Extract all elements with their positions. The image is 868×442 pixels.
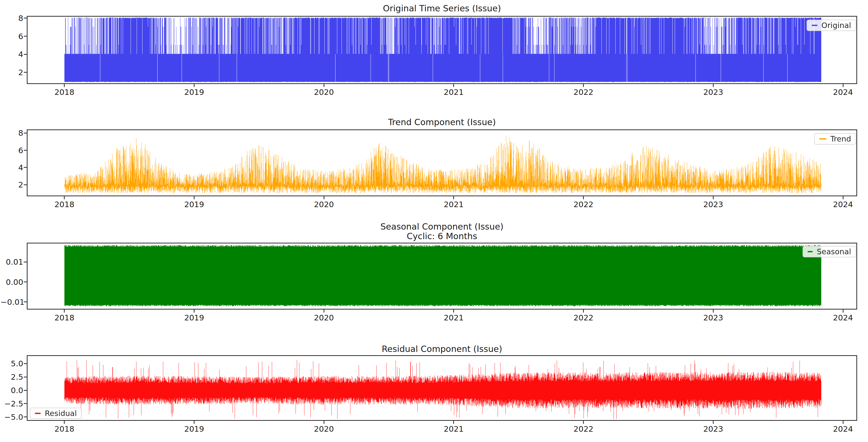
y-tick-mark	[24, 133, 27, 133]
y-tick-label: 8	[0, 128, 23, 137]
y-tick-label: 0.00	[0, 277, 23, 286]
x-tick-mark	[453, 421, 454, 424]
title-trend: Trend Component (Issue)	[27, 117, 857, 127]
legend-seasonal: Seasonal	[803, 246, 856, 257]
x-tick-mark	[64, 196, 65, 199]
original-series-plot	[28, 16, 857, 83]
axes-original	[27, 16, 857, 84]
x-tick-label: 2018	[55, 424, 74, 434]
y-tick-label: 2.5	[0, 372, 23, 381]
x-tick-mark	[453, 310, 454, 313]
x-tick-label: 2024	[833, 200, 853, 209]
y-tick-label: 0.01	[0, 257, 23, 266]
y-tick-mark	[24, 377, 27, 377]
y-tick-label: 4	[0, 163, 23, 172]
x-tick-mark	[583, 196, 584, 199]
x-tick-label: 2019	[184, 313, 204, 322]
y-tick-label: 0.0	[0, 386, 23, 395]
title-seasonal: Seasonal Component (Issue) Cyclic: 6 Mon…	[27, 222, 857, 241]
y-tick-label: −2.5	[0, 399, 23, 408]
x-tick-label: 2020	[314, 424, 334, 434]
x-tick-mark	[64, 84, 65, 87]
x-tick-label: 2020	[314, 200, 334, 209]
seasonal-series-plot	[28, 243, 857, 309]
y-tick-mark	[24, 150, 27, 150]
x-tick-label: 2023	[703, 200, 723, 209]
x-tick-mark	[64, 310, 65, 313]
x-tick-mark	[323, 196, 324, 199]
legend-seasonal-label: Seasonal	[817, 247, 851, 256]
x-tick-mark	[194, 310, 194, 313]
legend-original: Original	[807, 20, 856, 31]
x-tick-mark	[843, 421, 843, 424]
x-tick-mark	[194, 196, 194, 199]
x-tick-mark	[713, 84, 714, 87]
x-tick-mark	[323, 310, 324, 313]
x-tick-label: 2021	[444, 200, 464, 209]
y-tick-mark	[24, 390, 27, 391]
x-tick-label: 2023	[703, 424, 723, 434]
legend-residual-label: Residual	[45, 409, 77, 418]
axes-residual	[27, 355, 857, 421]
legend-trend: Trend	[814, 133, 856, 144]
x-tick-mark	[453, 196, 454, 199]
legend-residual: Residual	[30, 408, 82, 419]
title-original-text: Original Time Series (Issue)	[383, 3, 501, 13]
x-tick-mark	[583, 421, 584, 424]
x-tick-mark	[194, 421, 194, 424]
x-tick-mark	[843, 196, 843, 199]
x-tick-label: 2021	[444, 88, 464, 97]
legend-original-label: Original	[822, 21, 851, 30]
x-tick-label: 2022	[574, 88, 593, 97]
y-tick-mark	[24, 36, 27, 37]
x-tick-label: 2018	[55, 313, 74, 322]
x-tick-mark	[194, 84, 194, 87]
title-trend-text: Trend Component (Issue)	[388, 117, 496, 127]
title-original: Original Time Series (Issue)	[27, 3, 857, 13]
title-residual: Residual Component (Issue)	[27, 344, 857, 354]
y-tick-label: 5.0	[0, 359, 23, 368]
x-tick-label: 2020	[314, 313, 334, 322]
title-seasonal-text: Seasonal Component (Issue)	[27, 222, 857, 231]
x-tick-mark	[713, 310, 714, 313]
title-residual-text: Residual Component (Issue)	[382, 344, 502, 354]
y-tick-mark	[24, 262, 27, 262]
x-tick-label: 2019	[184, 88, 204, 97]
y-tick-mark	[24, 416, 27, 417]
x-tick-mark	[583, 310, 584, 313]
x-tick-label: 2020	[314, 88, 334, 97]
x-tick-mark	[64, 421, 65, 424]
x-tick-label: 2022	[574, 200, 593, 209]
y-tick-label: 6	[0, 146, 23, 155]
x-tick-mark	[843, 84, 843, 87]
original-line-swatch	[812, 25, 817, 26]
y-tick-mark	[24, 72, 27, 73]
subtitle-seasonal-text: Cyclic: 6 Months	[27, 231, 857, 241]
y-tick-mark	[24, 184, 27, 185]
x-tick-label: 2024	[833, 313, 853, 322]
y-tick-label: 4	[0, 50, 23, 59]
y-tick-mark	[24, 54, 27, 55]
x-tick-mark	[843, 310, 843, 313]
seasonal-line-swatch	[808, 251, 813, 252]
decomposition-figure: Original Time Series (Issue) Trend Compo…	[0, 0, 868, 442]
x-tick-label: 2021	[444, 313, 464, 322]
x-tick-mark	[713, 196, 714, 199]
x-tick-label: 2023	[703, 313, 723, 322]
x-tick-mark	[323, 421, 324, 424]
y-tick-mark	[24, 363, 27, 364]
y-tick-mark	[24, 403, 27, 404]
residual-line-swatch	[35, 413, 41, 414]
y-tick-mark	[24, 167, 27, 168]
legend-trend-label: Trend	[830, 134, 851, 143]
x-tick-label: 2022	[574, 313, 593, 322]
y-tick-label: −5.0	[0, 412, 23, 421]
trend-series-plot	[28, 130, 857, 196]
trend-line-swatch	[819, 138, 826, 139]
x-tick-mark	[713, 421, 714, 424]
y-tick-mark	[24, 18, 27, 19]
y-tick-label: 6	[0, 32, 23, 41]
x-tick-label: 2019	[184, 424, 204, 434]
x-tick-label: 2022	[574, 424, 593, 434]
x-tick-label: 2019	[184, 200, 204, 209]
